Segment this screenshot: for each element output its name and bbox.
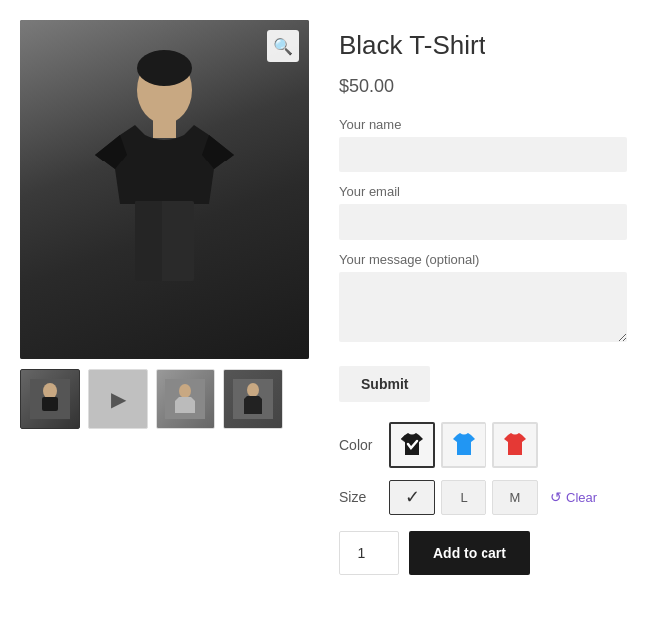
clear-button[interactable]: ↺ Clear bbox=[550, 489, 597, 505]
size-m-label: M bbox=[510, 490, 521, 505]
play-icon: ▶ bbox=[111, 387, 126, 411]
add-to-cart-button[interactable]: Add to cart bbox=[409, 531, 530, 575]
quantity-input[interactable]: 1 bbox=[339, 531, 399, 575]
thumbnail-2[interactable]: ▶ bbox=[88, 369, 148, 429]
blue-tshirt-icon bbox=[449, 431, 479, 459]
svg-rect-4 bbox=[135, 201, 162, 281]
name-label: Your name bbox=[339, 117, 627, 132]
svg-point-9 bbox=[179, 384, 191, 398]
thumb3-preview bbox=[165, 379, 205, 419]
clear-label: Clear bbox=[566, 490, 597, 505]
message-group: Your message (optional) bbox=[339, 252, 627, 346]
black-tshirt-icon bbox=[397, 431, 427, 459]
name-input[interactable] bbox=[339, 137, 627, 172]
message-label: Your message (optional) bbox=[339, 252, 627, 267]
add-to-cart-row: 1 Add to cart bbox=[339, 531, 627, 575]
color-options bbox=[389, 422, 538, 468]
clear-icon: ↺ bbox=[550, 489, 562, 505]
size-s-check: ✓ bbox=[405, 486, 420, 508]
svg-point-1 bbox=[137, 50, 192, 86]
color-swatch-blue[interactable] bbox=[441, 422, 486, 468]
svg-point-6 bbox=[43, 383, 57, 399]
color-swatch-red[interactable] bbox=[492, 422, 538, 468]
size-options: ✓ L M ↺ Clear bbox=[389, 480, 597, 515]
name-group: Your name bbox=[339, 117, 627, 172]
product-container: 🔍 ▶ bbox=[20, 20, 627, 575]
thumb4-preview bbox=[233, 379, 273, 419]
product-details: Black T-Shirt $50.00 Your name Your emai… bbox=[339, 20, 627, 575]
email-label: Your email bbox=[339, 184, 627, 199]
zoom-icon: 🔍 bbox=[273, 37, 293, 56]
main-product-image: 🔍 bbox=[20, 20, 309, 359]
size-row: Size ✓ L M ↺ Clear bbox=[339, 480, 627, 515]
zoom-button[interactable]: 🔍 bbox=[267, 30, 299, 62]
thumbnail-1[interactable] bbox=[20, 369, 80, 429]
email-group: Your email bbox=[339, 184, 627, 240]
thumbnails: ▶ bbox=[20, 369, 309, 429]
size-btn-m[interactable]: M bbox=[492, 480, 538, 515]
size-label: Size bbox=[339, 489, 379, 505]
submit-button[interactable]: Submit bbox=[339, 366, 430, 402]
svg-point-11 bbox=[247, 383, 259, 397]
product-images: 🔍 ▶ bbox=[20, 20, 309, 575]
thumbnail-3[interactable] bbox=[156, 369, 215, 429]
thumb1-preview bbox=[30, 379, 70, 419]
thumbnail-4[interactable] bbox=[223, 369, 283, 429]
message-input[interactable] bbox=[339, 272, 627, 342]
svg-rect-7 bbox=[42, 397, 58, 411]
svg-rect-2 bbox=[153, 118, 176, 138]
size-l-label: L bbox=[460, 490, 467, 505]
size-btn-l[interactable]: L bbox=[441, 480, 486, 515]
product-title: Black T-Shirt bbox=[339, 30, 627, 61]
size-btn-s[interactable]: ✓ bbox=[389, 480, 435, 515]
red-tshirt-icon bbox=[500, 431, 530, 459]
email-input[interactable] bbox=[339, 204, 627, 240]
person-silhouette bbox=[65, 40, 264, 359]
color-label: Color bbox=[339, 437, 379, 453]
product-price: $50.00 bbox=[339, 76, 627, 97]
color-swatch-black[interactable] bbox=[389, 422, 435, 468]
color-row: Color bbox=[339, 422, 627, 468]
